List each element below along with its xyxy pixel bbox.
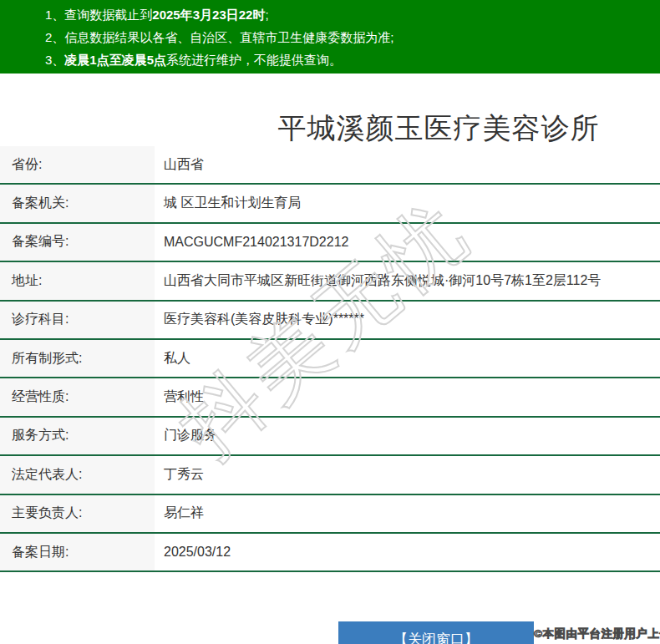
table-row-service-mode: 服务方式: 门诊服务: [0, 418, 660, 456]
row-label: 备案日期:: [0, 534, 155, 570]
row-value: 丁秀云: [155, 456, 660, 493]
notice-line-2: 2、信息数据结果以各省、自治区、直辖市卫生健康委数据为准;: [45, 26, 652, 48]
notice-text: 信息数据结果以各省、自治区、直辖市卫生健康委数据为准;: [64, 30, 393, 44]
row-value: 门诊服务: [155, 418, 660, 454]
row-value: 医疗美容科(美容皮肤科专业)******: [155, 302, 660, 338]
page-title: 平城溪颜玉医疗美容诊所: [278, 109, 600, 146]
notice-number: 1、: [45, 8, 64, 22]
table-row-legal-representative: 法定代表人: 丁秀云: [0, 456, 660, 494]
row-label: 所有制形式:: [0, 340, 155, 377]
close-window-button[interactable]: 【关闭窗口】: [338, 621, 534, 644]
row-value: 2025/03/12: [155, 534, 660, 570]
table-row-main-person-in-charge: 主要负责人: 易仁祥: [0, 495, 660, 534]
notice-text: 查询数据截止到: [64, 8, 152, 22]
notice-line-1: 1、查询数据截止到2025年3月23日22时;: [45, 3, 652, 26]
row-value: 私人: [155, 340, 660, 377]
row-label: 经营性质:: [0, 378, 155, 415]
row-label: 诊疗科目:: [0, 302, 155, 338]
row-label: 备案编号:: [0, 224, 155, 261]
notice-number: 2、: [45, 30, 64, 44]
info-table: 省份: 山西省 备案机关: 城 区卫生和计划生育局 备案编号: MACGUCMF…: [0, 146, 660, 572]
uploaded-by-stamp: ©本图由平台注册用户上传: [534, 626, 660, 641]
notice-text: 系统进行维护，不能提供查询。: [166, 53, 342, 67]
table-row-filing-authority: 备案机关: 城 区卫生和计划生育局: [0, 185, 660, 223]
row-label: 省份:: [0, 146, 155, 183]
notice-number: 3、: [45, 53, 64, 67]
notice-text-bold: 2025年3月23日22时: [152, 8, 265, 22]
table-row-address: 地址: 山西省大同市平城区新旺街道御河西路东侧悦城·御河10号7栋1至2层112…: [0, 262, 660, 301]
row-value: 山西省大同市平城区新旺街道御河西路东侧悦城·御河10号7栋1至2层112号: [155, 262, 660, 299]
notice-text: ;: [265, 8, 268, 22]
notice-text-bold: 凌晨1点至凌晨5点: [64, 53, 166, 67]
table-row-filing-number: 备案编号: MACGUCMF214021317D2212: [0, 224, 660, 262]
row-value: 山西省: [155, 146, 660, 183]
notice-bar: 1、查询数据截止到2025年3月23日22时; 2、信息数据结果以各省、自治区、…: [0, 0, 660, 74]
row-value: 营利性: [155, 378, 660, 415]
row-value: MACGUCMF214021317D2212: [155, 224, 660, 261]
row-value: 易仁祥: [155, 495, 660, 532]
table-row-business-nature: 经营性质: 营利性: [0, 378, 660, 417]
row-label: 备案机关:: [0, 185, 155, 221]
row-value: 城 区卫生和计划生育局: [155, 185, 660, 221]
table-row-province: 省份: 山西省: [0, 146, 660, 185]
table-row-treatment-subjects: 诊疗科目: 医疗美容科(美容皮肤科专业)******: [0, 302, 660, 340]
notice-line-3: 3、凌晨1点至凌晨5点系统进行维护，不能提供查询。: [45, 48, 652, 71]
row-label: 服务方式:: [0, 418, 155, 454]
row-label: 法定代表人:: [0, 456, 155, 493]
table-row-ownership-form: 所有制形式: 私人: [0, 340, 660, 378]
table-row-filing-date: 备案日期: 2025/03/12: [0, 534, 660, 572]
row-label: 主要负责人:: [0, 495, 155, 532]
row-label: 地址:: [0, 262, 155, 299]
